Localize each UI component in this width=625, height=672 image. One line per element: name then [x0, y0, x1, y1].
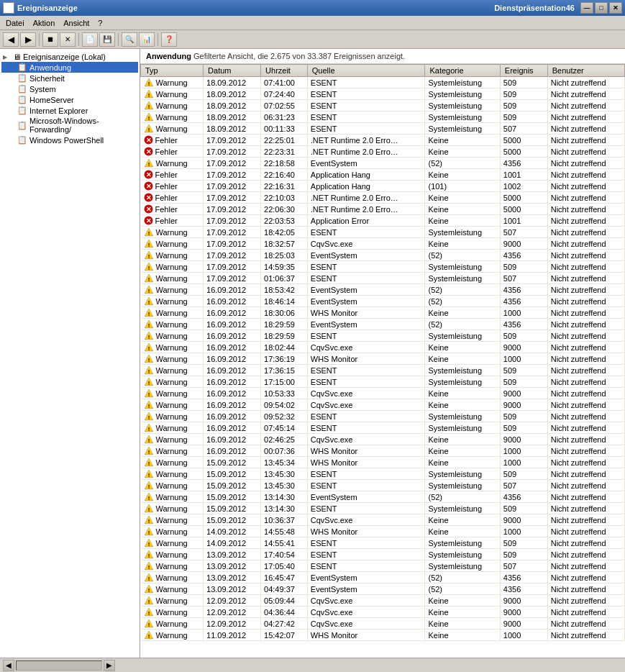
table-row[interactable]: !Warnung16.09.201209:54:02CqvSvc.exeKein…: [141, 399, 625, 411]
cell-ereignis: 4356: [500, 491, 547, 503]
col-header-datum[interactable]: Datum: [204, 65, 261, 77]
table-row[interactable]: ✕Fehler17.09.201222:25:01.NET Runtime 2.…: [141, 135, 625, 146]
table-row[interactable]: !Warnung18.09.201207:24:40ESENTSystemlei…: [141, 88, 625, 100]
warning-icon: !: [144, 365, 154, 375]
table-row[interactable]: !Warnung17.09.201214:59:35ESENTSystemlei…: [141, 261, 625, 273]
svg-text:!: !: [147, 81, 150, 87]
table-row[interactable]: !Warnung12.09.201205:09:44CqvSvc.exeKein…: [141, 595, 625, 607]
sidebar-item-0[interactable]: 📋Anwendung: [1, 62, 138, 73]
table-row[interactable]: ✕Fehler17.09.201222:06:30.NET Runtime 2.…: [141, 204, 625, 215]
menu-datei[interactable]: Datei: [1, 17, 29, 29]
table-row[interactable]: ✕Fehler17.09.201222:16:31Application Han…: [141, 181, 625, 192]
cell-kategorie: (52): [425, 296, 500, 307]
cell-kategorie: Keine: [425, 618, 500, 630]
sidebar-root-item[interactable]: ▶ 🖥 Ereignisanzeige (Lokal): [1, 52, 138, 62]
table-row[interactable]: !Warnung16.09.201217:36:19WHS MonitorKei…: [141, 353, 625, 365]
table-row[interactable]: !Warnung17.09.201222:18:58EventSystem(52…: [141, 158, 625, 169]
chart-button[interactable]: 📊: [139, 32, 155, 47]
table-row[interactable]: !Warnung11.09.201215:42:07WHS MonitorKei…: [141, 630, 625, 641]
status-scrollbar[interactable]: [16, 660, 102, 671]
table-row[interactable]: !Warnung15.09.201213:45:30ESENTSystemlei…: [141, 468, 625, 480]
table-row[interactable]: !Warnung16.09.201209:52:32ESENTSystemlei…: [141, 411, 625, 422]
help-button[interactable]: ❓: [161, 32, 177, 47]
scroll-left-button[interactable]: ◀: [3, 660, 14, 671]
minimize-button[interactable]: —: [580, 2, 593, 14]
table-row[interactable]: !Warnung17.09.201218:42:05ESENTSystemlei…: [141, 227, 625, 238]
sidebar-item-3[interactable]: 📋HomeServer: [1, 94, 138, 105]
table-row[interactable]: !Warnung14.09.201214:55:41ESENTSystemlei…: [141, 537, 625, 549]
table-row[interactable]: !Warnung18.09.201207:02:55ESENTSystemlei…: [141, 100, 625, 112]
col-header-kategorie[interactable]: Kategorie: [425, 65, 500, 77]
col-header-uhrzeit[interactable]: Uhrzeit: [261, 65, 308, 77]
cell-benutzer: Nicht zutreffend: [547, 100, 624, 112]
sidebar-item-6[interactable]: 📋Windows PowerShell: [1, 135, 138, 145]
table-row[interactable]: !Warnung18.09.201200:11:33ESENTSystemlei…: [141, 123, 625, 135]
export-button[interactable]: 💾: [99, 32, 115, 47]
table-row[interactable]: !Warnung16.09.201218:53:42EventSystem(52…: [141, 284, 625, 296]
table-row[interactable]: !Warnung15.09.201213:45:34WHS MonitorKei…: [141, 457, 625, 468]
maximize-button[interactable]: □: [595, 2, 608, 14]
table-row[interactable]: !Warnung12.09.201204:36:44CqvSvc.exeKein…: [141, 607, 625, 618]
cell-kategorie: Systemleistung: [425, 112, 500, 123]
cell-typ: !Warnung: [141, 572, 204, 584]
warning-icon: !: [144, 400, 154, 409]
table-row[interactable]: !Warnung16.09.201218:29:59ESENTSystemlei…: [141, 330, 625, 342]
stop-button[interactable]: ⏹: [42, 32, 58, 47]
svg-text:!: !: [147, 345, 150, 352]
cell-kategorie: Systemleistung: [425, 503, 500, 514]
col-header-quelle[interactable]: Quelle: [307, 65, 425, 77]
menu-help[interactable]: ?: [93, 17, 106, 29]
table-row[interactable]: ✕Fehler17.09.201222:16:40Application Han…: [141, 169, 625, 181]
table-row[interactable]: !Warnung15.09.201213:14:30ESENTSystemlei…: [141, 503, 625, 514]
table-row[interactable]: !Warnung16.09.201217:36:15ESENTSystemlei…: [141, 365, 625, 376]
col-header-benutzer[interactable]: Benutzer: [547, 65, 624, 77]
table-row[interactable]: !Warnung16.09.201210:53:33CqvSvc.exeKein…: [141, 388, 625, 399]
table-row[interactable]: !Warnung15.09.201210:36:37CqvSvc.exeKein…: [141, 514, 625, 526]
cell-quelle: ESENT: [307, 112, 425, 123]
sidebar-item-4[interactable]: 📋Internet Explorer: [1, 105, 138, 116]
table-row[interactable]: !Warnung17.09.201218:25:03EventSystem(52…: [141, 250, 625, 261]
table-row[interactable]: !Warnung16.09.201218:46:14EventSystem(52…: [141, 296, 625, 307]
sidebar-item-1[interactable]: 📋Sicherheit: [1, 73, 138, 83]
table-row[interactable]: !Warnung12.09.201204:27:42CqvSvc.exeKein…: [141, 618, 625, 630]
delete-button[interactable]: ✕: [60, 32, 76, 47]
filter-button[interactable]: 🔍: [122, 32, 137, 47]
table-row[interactable]: !Warnung13.09.201204:49:37EventSystem(52…: [141, 584, 625, 595]
cell-kategorie: Systemleistung: [425, 330, 500, 342]
col-header-typ[interactable]: Typ: [141, 65, 204, 77]
table-row[interactable]: !Warnung13.09.201217:40:54ESENTSystemlei…: [141, 549, 625, 560]
table-row[interactable]: !Warnung16.09.201200:07:36WHS MonitorKei…: [141, 445, 625, 457]
cell-ereignis: 509: [500, 330, 547, 342]
properties-button[interactable]: 📄: [82, 32, 98, 47]
table-row[interactable]: !Warnung18.09.201207:41:00ESENTSystemlei…: [141, 77, 625, 88]
table-row[interactable]: !Warnung17.09.201201:06:37ESENTSystemlei…: [141, 273, 625, 284]
table-row[interactable]: !Warnung13.09.201217:05:40ESENTSystemlei…: [141, 560, 625, 572]
table-row[interactable]: !Warnung16.09.201207:45:14ESENTSystemlei…: [141, 422, 625, 434]
back-button[interactable]: ◀: [3, 32, 19, 47]
table-row[interactable]: !Warnung17.09.201218:32:57CqvSvc.exeKein…: [141, 238, 625, 250]
cell-uhrzeit: 04:49:37: [261, 584, 308, 595]
type-label: Warnung: [156, 297, 188, 306]
table-row[interactable]: !Warnung16.09.201218:02:44CqvSvc.exeKein…: [141, 342, 625, 353]
table-row[interactable]: !Warnung16.09.201217:15:00ESENTSystemlei…: [141, 376, 625, 388]
sidebar-item-2[interactable]: 📋System: [1, 83, 138, 94]
menu-aktion[interactable]: Aktion: [29, 17, 60, 29]
forward-button[interactable]: ▶: [20, 32, 36, 47]
table-row[interactable]: !Warnung15.09.201213:45:30ESENTSystemlei…: [141, 480, 625, 491]
table-row[interactable]: !Warnung16.09.201218:30:06WHS MonitorKei…: [141, 307, 625, 319]
table-row[interactable]: !Warnung15.09.201213:14:30EventSystem(52…: [141, 491, 625, 503]
table-row[interactable]: ✕Fehler17.09.201222:03:53Application Err…: [141, 215, 625, 227]
col-header-ereignis[interactable]: Ereignis: [500, 65, 547, 77]
close-button[interactable]: ✕: [609, 2, 622, 14]
table-row[interactable]: !Warnung18.09.201206:31:23ESENTSystemlei…: [141, 112, 625, 123]
table-header-row: TypDatumUhrzeitQuelleKategorieEreignisBe…: [141, 65, 625, 77]
menu-ansicht[interactable]: Ansicht: [59, 17, 93, 29]
sidebar-item-5[interactable]: 📋Microsoft-Windows-Forwarding/: [1, 116, 138, 135]
table-row[interactable]: !Warnung13.09.201216:45:47EventSystem(52…: [141, 572, 625, 584]
table-row[interactable]: ✕Fehler17.09.201222:23:31.NET Runtime 2.…: [141, 146, 625, 158]
table-row[interactable]: !Warnung16.09.201202:46:25CqvSvc.exeKein…: [141, 434, 625, 445]
table-row[interactable]: !Warnung14.09.201214:55:48WHS MonitorKei…: [141, 526, 625, 537]
scroll-right-button[interactable]: ▶: [104, 660, 115, 671]
table-row[interactable]: !Warnung16.09.201218:29:59EventSystem(52…: [141, 319, 625, 330]
table-row[interactable]: ✕Fehler17.09.201222:10:03.NET Runtime 2.…: [141, 192, 625, 204]
